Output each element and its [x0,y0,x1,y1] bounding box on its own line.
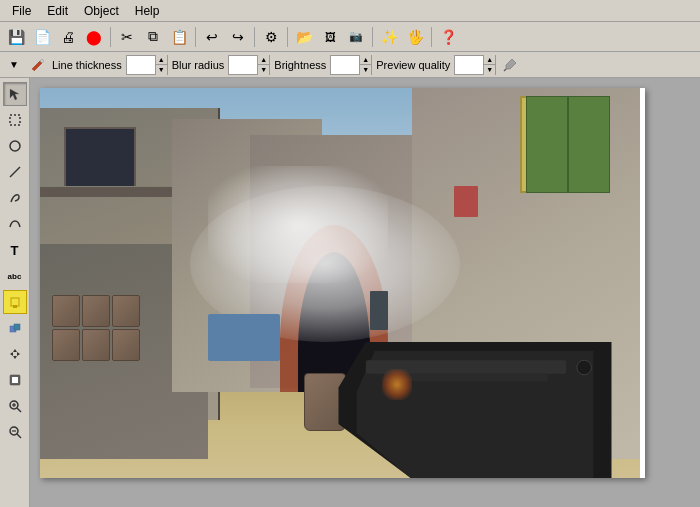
svg-line-10 [17,408,21,412]
preview-quality-spin-buttons: ▲ ▼ [483,55,495,75]
vehicle [208,314,280,361]
svg-rect-6 [14,324,20,330]
separator-2 [195,27,196,47]
svg-line-3 [10,167,20,177]
brightness-down[interactable]: ▼ [359,65,371,75]
brightness-input[interactable]: 85 [331,56,359,74]
blur-radius-down[interactable]: ▼ [257,65,269,75]
new-button[interactable]: 📄 [30,25,54,49]
zoom-out-tool-button[interactable] [3,420,27,444]
help-button[interactable]: ❓ [436,25,460,49]
image2-button[interactable]: 📷 [344,25,368,49]
stop-button[interactable]: ⬤ [82,25,106,49]
blur-radius-up[interactable]: ▲ [257,55,269,65]
line-thickness-spin-buttons: ▲ ▼ [155,55,167,75]
curve-tool-button[interactable] [3,212,27,236]
svg-rect-4 [11,298,19,306]
canvas-content [40,88,645,478]
svg-line-0 [504,69,506,71]
object-tool-button[interactable] [3,316,27,340]
line-thickness-up[interactable]: ▲ [155,55,167,65]
preview-quality-up[interactable]: ▲ [483,55,495,65]
redo-button[interactable]: ↪ [226,25,250,49]
preview-quality-spinner[interactable]: 100 ▲ ▼ [454,55,496,75]
svg-point-2 [10,141,20,151]
preview-quality-label: Preview quality [376,59,450,71]
line-thickness-spinner[interactable]: 0 ▲ ▼ [126,55,168,75]
svg-rect-1 [10,115,20,125]
gun-foreground [310,342,640,479]
preview-quality-down[interactable]: ▼ [483,65,495,75]
move-tool-button[interactable] [3,342,27,366]
brightness-spin-buttons: ▲ ▼ [359,55,371,75]
pen-tool-button[interactable] [3,186,27,210]
main-toolbar: 💾 📄 🖨 ⬤ ✂ ⧉ 📋 ↩ ↪ ⚙ 📂 🖼 📷 ✨ 🖐 ❓ [0,22,700,52]
brightness-spinner[interactable]: 85 ▲ ▼ [330,55,372,75]
blur-radius-input[interactable]: 2 [229,56,257,74]
image1-button[interactable]: 🖼 [318,25,342,49]
print-button[interactable]: 🖨 [56,25,80,49]
line-thickness-label: Line thickness [52,59,122,71]
red-mark [454,186,478,217]
pencil-icon[interactable] [28,55,48,75]
canvas-area[interactable] [30,78,700,507]
separator-4 [287,27,288,47]
menu-help[interactable]: Help [127,2,168,20]
blur-radius-spin-buttons: ▲ ▼ [257,55,269,75]
separator-6 [431,27,432,47]
main-layout: T abc [0,78,700,507]
preview-quality-input[interactable]: 100 [455,56,483,74]
svg-line-14 [17,434,21,438]
hand-button[interactable]: 🖐 [403,25,427,49]
brightness-label: Brightness [274,59,326,71]
paste-button[interactable]: 📋 [167,25,191,49]
cut-button[interactable]: ✂ [115,25,139,49]
scene [40,88,640,478]
separator-1 [110,27,111,47]
options-bar: ▼ Line thickness 0 ▲ ▼ Blur radius 2 ▲ ▼… [0,52,700,78]
eyedropper-icon[interactable] [500,55,520,75]
soldier-figure [370,291,388,330]
cursor-tool-button[interactable] [3,82,27,106]
menu-object[interactable]: Object [76,2,127,20]
open-button[interactable]: 📂 [292,25,316,49]
menu-bar: File Edit Object Help [0,0,700,22]
rect-select-tool-button[interactable] [3,108,27,132]
separator-5 [372,27,373,47]
blur-radius-spinner[interactable]: 2 ▲ ▼ [228,55,270,75]
separator-3 [254,27,255,47]
mask-tool-button[interactable] [3,368,27,392]
fire-embers [382,369,412,400]
star-button[interactable]: ✨ [377,25,401,49]
copy-button[interactable]: ⧉ [141,25,165,49]
svg-point-18 [577,360,592,375]
save-button[interactable]: 💾 [4,25,28,49]
label-tool-button[interactable]: abc [3,264,27,288]
blur-radius-label: Blur radius [172,59,225,71]
menu-edit[interactable]: Edit [39,2,76,20]
svg-rect-8 [12,377,18,383]
mode-selector[interactable]: ▼ [4,55,24,75]
ellipse-tool-button[interactable] [3,134,27,158]
text-tool-button[interactable]: T [3,238,27,262]
zoom-in-tool-button[interactable] [3,394,27,418]
game-image [40,88,640,478]
line-tool-button[interactable] [3,160,27,184]
menu-file[interactable]: File [4,2,39,20]
settings-button[interactable]: ⚙ [259,25,283,49]
line-thickness-input[interactable]: 0 [127,56,155,74]
highlight-tool-button[interactable] [3,290,27,314]
left-toolbar: T abc [0,78,30,507]
brightness-up[interactable]: ▲ [359,55,371,65]
line-thickness-down[interactable]: ▼ [155,65,167,75]
undo-button[interactable]: ↩ [200,25,224,49]
barrel-stack [52,295,160,361]
